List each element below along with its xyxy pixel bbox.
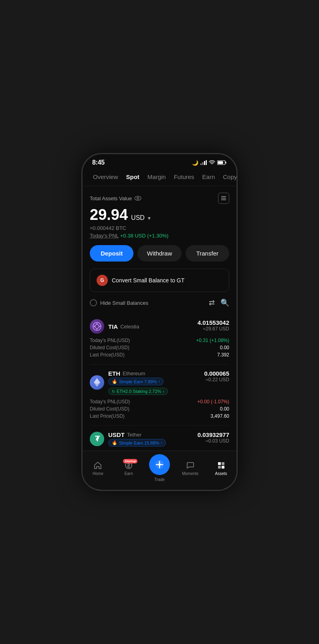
tia-usd: ≈29.67 USD: [198, 326, 229, 332]
startup-badge: Startup: [123, 459, 137, 463]
tia-balance: 4.01553042: [198, 319, 229, 326]
eye-icon[interactable]: [134, 196, 141, 201]
eth-earn-badge[interactable]: 🔥 Simple Earn 7.89% ›: [108, 378, 164, 385]
trade-button[interactable]: [149, 454, 170, 475]
svg-rect-1: [202, 162, 204, 165]
tia-pnl-row: Today's PNL(USD) +0.31 (+1.08%): [90, 337, 229, 344]
tab-margin[interactable]: Margin: [143, 172, 170, 182]
usdt-icon: ₮: [90, 432, 104, 446]
eth-pnl-val: +0.00 (-1.07%): [197, 399, 229, 405]
nav-moments[interactable]: Moments: [178, 461, 202, 476]
svg-point-7: [135, 196, 141, 200]
tia-price-val: 7.392: [217, 352, 229, 358]
eth-balance: 0.000065: [204, 370, 229, 377]
svg-rect-2: [204, 161, 205, 165]
eth-cost-label: Diluted Cost(USD): [90, 406, 129, 412]
search-icon[interactable]: 🔍: [220, 298, 229, 307]
eth-icon: [90, 375, 104, 390]
usdt-balance: 0.03932977: [198, 431, 229, 438]
transfer-button[interactable]: Transfer: [186, 245, 229, 262]
main-content: Total Assets Value 29.94 U: [83, 186, 236, 490]
svg-rect-23: [218, 466, 221, 469]
hide-balance-label: Hide Small Balances: [100, 300, 148, 306]
eth-staking-label: ETH2.0 Staking 2.72%: [117, 389, 161, 394]
assets-pnl: Today's PNL +0.38 USD (+1.30%): [90, 233, 229, 239]
nav-earn[interactable]: Startup Earn: [117, 461, 141, 476]
eth-price-val: 3,497.60: [210, 413, 229, 419]
assets-label: Total Assets Value: [90, 195, 141, 201]
assets-number: 29.94: [90, 206, 128, 223]
svg-rect-0: [200, 163, 202, 165]
hide-balance-checkbox[interactable]: [90, 299, 97, 306]
eth-badges: 🔥 Simple Earn 7.89% › ↻ ETH2.0 Staking 2…: [108, 377, 168, 395]
filter-icons: ⇄ 🔍: [209, 298, 229, 307]
token-info-usdt: ₮ USDT Tether 🔥 Simple Earn 15.88% ›: [90, 431, 166, 447]
nav-tabs: Overview Spot Margin Futures Earn Copy: [83, 168, 236, 186]
tia-cost-val: 0.00: [220, 345, 229, 350]
battery-icon: [217, 160, 227, 165]
withdraw-button[interactable]: Withdraw: [137, 245, 181, 262]
tia-symbol: TIA: [108, 323, 118, 330]
tia-amount: 4.01553042 ≈29.67 USD: [198, 319, 229, 332]
pnl-label: Today's PNL: [90, 233, 119, 239]
moon-icon: 🌙: [192, 160, 198, 166]
eth-price-label: Last Price(USD): [90, 413, 125, 419]
svg-rect-22: [222, 462, 224, 465]
sort-icon[interactable]: ⇄: [209, 298, 215, 307]
earn-icon: Startup: [124, 461, 133, 470]
nav-assets[interactable]: Assets: [209, 461, 233, 476]
tab-copy[interactable]: Copy: [219, 172, 236, 182]
token-info-eth: ETH Ethereum 🔥 Simple Earn 7.89% ›: [90, 370, 168, 395]
assets-icon: [216, 461, 226, 470]
svg-point-16: [94, 326, 95, 327]
svg-rect-3: [206, 160, 207, 165]
tab-earn[interactable]: Earn: [198, 172, 219, 182]
svg-point-20: [158, 463, 161, 466]
svg-rect-21: [218, 462, 221, 465]
eth-symbol: ETH: [108, 370, 120, 377]
nav-trade[interactable]: Trade: [147, 454, 172, 482]
nav-home-label: Home: [93, 471, 103, 476]
tab-futures[interactable]: Futures: [170, 172, 198, 182]
tia-pnl-label: Today's PNL(USD): [90, 338, 130, 343]
svg-rect-5: [226, 162, 226, 164]
assets-btc: ≈0.000442 BTC: [90, 225, 229, 231]
assets-title: Total Assets Value: [90, 195, 132, 201]
usdt-badges: 🔥 Simple Earn 15.88% ›: [108, 438, 166, 447]
usdt-usd: ≈0.03 USD: [198, 438, 229, 444]
svg-rect-10: [221, 198, 226, 199]
svg-point-17: [99, 326, 101, 327]
token-names-tia: TIA Celestia: [108, 323, 139, 330]
tia-pnl-val: +0.31 (+1.08%): [196, 338, 229, 343]
tab-spot[interactable]: Spot: [122, 172, 143, 182]
gt-icon: G: [97, 275, 108, 286]
eth-usd: ≈0.22 USD: [204, 377, 229, 382]
convert-banner[interactable]: G Convert Small Balance to GT: [90, 269, 229, 292]
deposit-button[interactable]: Deposit: [90, 245, 133, 262]
nav-home[interactable]: Home: [86, 461, 110, 476]
list-icon[interactable]: [218, 193, 229, 204]
bottom-nav: Home Startup Earn: [83, 451, 236, 490]
token-info-tia: TIA Celestia: [90, 319, 139, 334]
svg-rect-11: [221, 199, 226, 200]
home-icon: [93, 461, 103, 470]
tia-icon: [90, 319, 104, 334]
usdt-symbol: USDT: [108, 431, 125, 438]
assets-currency-label: USD: [131, 214, 145, 221]
nav-earn-label: Earn: [125, 471, 133, 476]
svg-rect-6: [218, 161, 223, 164]
usdt-earn-badge[interactable]: 🔥 Simple Earn 15.88% ›: [108, 439, 166, 447]
eth-pnl-rows: Today's PNL(USD) +0.00 (-1.07%) Diluted …: [90, 398, 229, 420]
eth-earn-label: Simple Earn 7.89%: [119, 379, 157, 384]
tia-cost-row: Diluted Cost(USD) 0.00: [90, 344, 229, 351]
eth-staking-badge[interactable]: ↻ ETH2.0 Staking 2.72% ›: [108, 388, 168, 395]
wifi-icon: [209, 160, 215, 165]
svg-point-15: [97, 329, 98, 330]
signal-icon: [200, 160, 207, 165]
tab-overview[interactable]: Overview: [89, 172, 122, 182]
eth-price-row: Last Price(USD) 3,497.60: [90, 413, 229, 420]
assets-header: Total Assets Value: [90, 193, 229, 204]
hide-balance-toggle[interactable]: Hide Small Balances: [90, 299, 148, 306]
status-bar: 8:45 🌙: [83, 154, 236, 168]
svg-point-8: [137, 197, 139, 199]
